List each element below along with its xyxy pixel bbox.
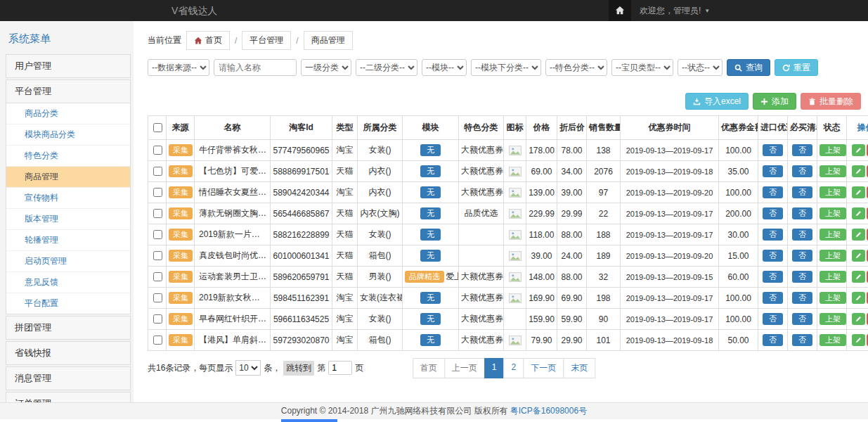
status-badge[interactable]: 上架 bbox=[820, 207, 846, 220]
must-buy-badge[interactable]: 否 bbox=[792, 144, 812, 157]
row-checkbox[interactable] bbox=[153, 209, 162, 218]
edit-button[interactable] bbox=[852, 292, 865, 304]
must-buy-badge[interactable]: 否 bbox=[792, 250, 812, 262]
row-checkbox[interactable] bbox=[153, 146, 162, 155]
page-button-上一页[interactable]: 上一页 bbox=[444, 358, 485, 378]
sidebar-subitem[interactable]: 宣传物料 bbox=[6, 188, 130, 209]
import-select-badge[interactable]: 否 bbox=[763, 250, 783, 262]
batch-delete-button[interactable]: 批量删除 bbox=[801, 93, 861, 110]
status-badge[interactable]: 上架 bbox=[820, 186, 846, 199]
sidebar-item-3[interactable]: 拼团管理 bbox=[6, 316, 131, 340]
module-none-badge[interactable]: 无 bbox=[420, 334, 441, 347]
must-buy-badge[interactable]: 否 bbox=[792, 271, 812, 283]
status-badge[interactable]: 上架 bbox=[820, 229, 846, 241]
sidebar-item-2[interactable]: 平台管理 bbox=[6, 79, 131, 103]
import-select-badge[interactable]: 否 bbox=[763, 144, 783, 157]
module-none-badge[interactable]: 无 bbox=[420, 313, 441, 326]
filter-select-4[interactable]: --模块-- bbox=[422, 59, 467, 76]
row-checkbox[interactable] bbox=[153, 167, 162, 176]
filter-select-2[interactable]: 一级分类 bbox=[301, 59, 351, 76]
status-badge[interactable]: 上架 bbox=[820, 165, 846, 178]
sidebar-item-6[interactable]: 订单管理 bbox=[6, 392, 131, 402]
module-none-badge[interactable]: 无 bbox=[420, 229, 441, 241]
home-button[interactable] bbox=[609, 0, 631, 21]
must-buy-badge[interactable]: 否 bbox=[792, 229, 812, 241]
must-buy-badge[interactable]: 否 bbox=[792, 334, 812, 347]
breadcrumb-item[interactable]: 平台管理 bbox=[242, 31, 291, 50]
icp-link[interactable]: 粤ICP备16098006号 bbox=[510, 405, 587, 417]
user-menu[interactable]: 欢迎您，管理员! ▼ bbox=[631, 0, 718, 21]
page-button-下一页[interactable]: 下一页 bbox=[523, 358, 564, 378]
module-none-badge[interactable]: 无 bbox=[420, 186, 441, 199]
row-checkbox[interactable] bbox=[153, 230, 162, 239]
must-buy-badge[interactable]: 否 bbox=[792, 313, 812, 326]
page-button-末页[interactable]: 末页 bbox=[563, 358, 595, 378]
filter-select-3[interactable]: --二级分类-- bbox=[356, 59, 417, 76]
import-select-badge[interactable]: 否 bbox=[763, 313, 783, 326]
status-badge[interactable]: 上架 bbox=[820, 313, 846, 326]
page-size-select[interactable]: 10 bbox=[235, 360, 261, 376]
row-checkbox[interactable] bbox=[153, 251, 162, 260]
edit-button[interactable] bbox=[852, 207, 865, 219]
scrollbar-thumb[interactable] bbox=[281, 419, 337, 422]
import-select-badge[interactable]: 否 bbox=[763, 229, 783, 241]
sidebar-subitem[interactable]: 轮播管理 bbox=[6, 230, 130, 251]
select-all-checkbox[interactable] bbox=[153, 123, 162, 132]
must-buy-badge[interactable]: 否 bbox=[792, 165, 812, 178]
filter-select-7[interactable]: --宝贝类型-- bbox=[611, 59, 673, 76]
must-buy-badge[interactable]: 否 bbox=[792, 292, 812, 305]
edit-button[interactable] bbox=[852, 271, 865, 283]
module-none-badge[interactable]: 无 bbox=[420, 207, 441, 220]
must-buy-badge[interactable]: 否 bbox=[792, 207, 812, 220]
page-jump-input[interactable] bbox=[328, 361, 352, 375]
add-button[interactable]: 添加 bbox=[753, 93, 796, 110]
import-select-badge[interactable]: 否 bbox=[763, 334, 783, 347]
filter-select-8[interactable]: --状态-- bbox=[678, 59, 723, 76]
edit-button[interactable] bbox=[852, 229, 865, 241]
sidebar-subitem[interactable]: 商品管理 bbox=[6, 167, 130, 188]
sidebar-subitem[interactable]: 模块商品分类 bbox=[6, 124, 130, 146]
import-excel-button[interactable]: 导入excel bbox=[685, 93, 749, 110]
breadcrumb-item[interactable]: 首页 bbox=[186, 31, 230, 50]
module-none-badge[interactable]: 无 bbox=[420, 144, 441, 157]
import-select-badge[interactable]: 否 bbox=[763, 271, 783, 283]
import-select-badge[interactable]: 否 bbox=[763, 186, 783, 199]
filter-select-6[interactable]: --特色分类-- bbox=[545, 59, 607, 76]
sidebar-subitem[interactable]: 意见反馈 bbox=[6, 272, 130, 293]
page-button-首页[interactable]: 首页 bbox=[413, 358, 445, 378]
row-checkbox[interactable] bbox=[153, 314, 162, 324]
status-badge[interactable]: 上架 bbox=[820, 271, 846, 283]
import-select-badge[interactable]: 否 bbox=[763, 292, 783, 305]
sidebar-subitem[interactable]: 平台配置 bbox=[6, 293, 130, 314]
module-none-badge[interactable]: 无 bbox=[420, 292, 441, 305]
breadcrumb-item[interactable]: 商品管理 bbox=[304, 31, 353, 50]
row-checkbox[interactable] bbox=[153, 188, 162, 197]
sidebar-subitem[interactable]: 商品分类 bbox=[6, 103, 130, 124]
import-select-badge[interactable]: 否 bbox=[763, 207, 783, 220]
edit-button[interactable] bbox=[852, 313, 865, 325]
sidebar-item-1[interactable]: 用户管理 bbox=[6, 54, 131, 78]
edit-button[interactable] bbox=[852, 165, 865, 177]
page-button-2[interactable]: 2 bbox=[504, 358, 524, 378]
filter-select-5[interactable]: --模块下分类-- bbox=[471, 59, 541, 76]
sidebar-item-4[interactable]: 省钱快报 bbox=[6, 341, 131, 365]
status-badge[interactable]: 上架 bbox=[820, 334, 846, 347]
import-select-badge[interactable]: 否 bbox=[763, 165, 783, 178]
edit-button[interactable] bbox=[852, 334, 865, 346]
status-badge[interactable]: 上架 bbox=[820, 250, 846, 262]
sidebar-subitem[interactable]: 特色分类 bbox=[6, 146, 130, 167]
status-badge[interactable]: 上架 bbox=[820, 292, 846, 305]
module-none-badge[interactable]: 无 bbox=[420, 250, 441, 262]
edit-button[interactable] bbox=[852, 250, 865, 262]
status-badge[interactable]: 上架 bbox=[820, 144, 846, 157]
sidebar-item-5[interactable]: 消息管理 bbox=[6, 366, 131, 390]
filter-select-0[interactable]: --数据来源-- bbox=[148, 59, 209, 76]
reset-button[interactable]: 重置 bbox=[775, 59, 818, 76]
page-button-1[interactable]: 1 bbox=[484, 358, 505, 378]
search-button[interactable]: 查询 bbox=[727, 59, 770, 76]
edit-button[interactable] bbox=[852, 186, 865, 198]
edit-button[interactable] bbox=[852, 144, 865, 156]
row-checkbox[interactable] bbox=[153, 335, 162, 345]
must-buy-badge[interactable]: 否 bbox=[792, 186, 812, 199]
row-checkbox[interactable] bbox=[153, 272, 162, 281]
